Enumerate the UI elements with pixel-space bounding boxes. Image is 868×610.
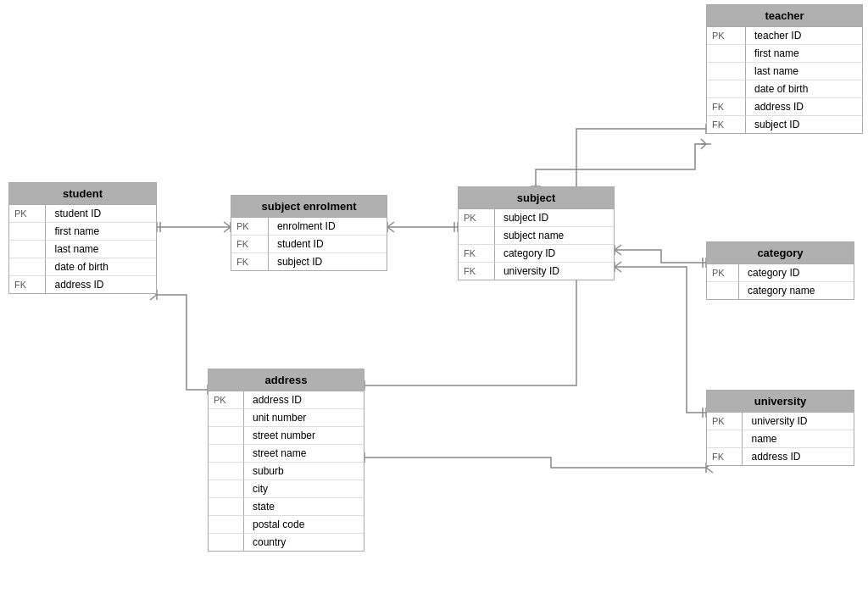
- field-cell: category name: [739, 282, 854, 299]
- address-table: address PK address ID unit number street…: [208, 369, 364, 552]
- key-cell: [209, 516, 244, 534]
- table-row: FK address ID: [707, 448, 854, 465]
- table-row: FK student ID: [231, 236, 387, 253]
- key-cell: PK: [209, 391, 244, 409]
- key-cell: PK: [707, 413, 743, 430]
- table-row: name: [707, 430, 854, 448]
- field-cell: subject ID: [746, 116, 862, 133]
- table-row: suburb: [209, 463, 364, 480]
- key-cell: FK: [231, 236, 269, 253]
- teacher-table: teacher PK teacher ID first name last na…: [706, 4, 863, 134]
- key-cell: [707, 63, 746, 80]
- key-cell: [209, 534, 244, 551]
- table-row: street number: [209, 427, 364, 445]
- key-cell: [9, 258, 46, 276]
- diagram-container: teacher PK teacher ID first name last na…: [0, 0, 868, 610]
- table-row: PK address ID: [209, 391, 364, 409]
- key-cell: [9, 223, 46, 241]
- svg-line-21: [615, 267, 621, 272]
- field-cell: subject ID: [495, 209, 614, 227]
- key-cell: PK: [707, 264, 739, 282]
- field-cell: state: [244, 498, 364, 516]
- field-cell: subject name: [495, 227, 614, 245]
- university-table-header: university: [707, 391, 854, 413]
- key-cell: [209, 409, 244, 427]
- category-table-header: category: [707, 242, 854, 264]
- svg-line-15: [615, 245, 621, 250]
- field-cell: category ID: [495, 245, 614, 263]
- field-cell: address ID: [46, 276, 156, 293]
- field-cell: postal code: [244, 516, 364, 534]
- field-cell: university ID: [495, 263, 614, 280]
- table-row: date of birth: [9, 258, 156, 276]
- svg-line-41: [706, 468, 713, 473]
- key-cell: [209, 445, 244, 463]
- key-cell: FK: [707, 116, 746, 133]
- field-cell: last name: [746, 63, 862, 80]
- university-table-body: PK university ID name FK address ID: [707, 413, 854, 465]
- key-cell: PK: [459, 209, 495, 227]
- field-cell: address ID: [746, 98, 862, 116]
- table-row: last name: [9, 241, 156, 258]
- svg-line-25: [701, 139, 706, 144]
- address-table-body: PK address ID unit number street number …: [209, 391, 364, 551]
- field-cell: category ID: [739, 264, 854, 282]
- table-row: FK category ID: [459, 245, 614, 263]
- table-row: country: [209, 534, 364, 551]
- key-cell: [209, 463, 244, 480]
- key-cell: FK: [707, 98, 746, 116]
- table-row: state: [209, 498, 364, 516]
- table-row: street name: [209, 445, 364, 463]
- subject-table: subject PK subject ID subject name FK ca…: [458, 186, 615, 280]
- table-row: FK address ID: [707, 98, 862, 116]
- key-cell: FK: [459, 245, 495, 263]
- key-cell: FK: [459, 263, 495, 280]
- teacher-table-header: teacher: [707, 5, 862, 27]
- table-row: FK subject ID: [707, 116, 862, 133]
- table-row: FK university ID: [459, 263, 614, 280]
- field-cell: street name: [244, 445, 364, 463]
- field-cell: address ID: [743, 448, 854, 465]
- svg-line-5: [224, 227, 231, 232]
- field-cell: first name: [746, 45, 862, 63]
- svg-line-10: [387, 222, 394, 227]
- key-cell: [209, 427, 244, 445]
- svg-line-20: [615, 262, 621, 267]
- key-cell: [9, 241, 46, 258]
- field-cell: last name: [46, 241, 156, 258]
- svg-line-26: [701, 144, 706, 149]
- table-row: first name: [9, 223, 156, 241]
- subject-table-header: subject: [459, 187, 614, 209]
- table-row: FK address ID: [9, 276, 156, 293]
- category-table-body: PK category ID category name: [707, 264, 854, 299]
- teacher-table-body: PK teacher ID first name last name date …: [707, 27, 862, 133]
- field-cell: date of birth: [746, 80, 862, 98]
- table-row: PK subject ID: [459, 209, 614, 227]
- subject-enrolment-table: subject enrolment PK enrolment ID FK stu…: [231, 195, 387, 271]
- field-cell: student ID: [46, 205, 156, 223]
- table-row: category name: [707, 282, 854, 299]
- field-cell: first name: [46, 223, 156, 241]
- field-cell: suburb: [244, 463, 364, 480]
- table-row: subject name: [459, 227, 614, 245]
- key-cell: [459, 227, 495, 245]
- field-cell: enrolment ID: [269, 218, 387, 236]
- table-row: PK category ID: [707, 264, 854, 282]
- table-row: PK teacher ID: [707, 27, 862, 45]
- field-cell: subject ID: [269, 253, 387, 270]
- key-cell: FK: [9, 276, 46, 293]
- table-row: PK university ID: [707, 413, 854, 430]
- svg-line-36: [150, 295, 157, 300]
- key-cell: [209, 498, 244, 516]
- table-row: last name: [707, 63, 862, 80]
- subject-enrolment-table-body: PK enrolment ID FK student ID FK subject…: [231, 218, 387, 270]
- key-cell: PK: [9, 205, 46, 223]
- field-cell: teacher ID: [746, 27, 862, 45]
- table-row: city: [209, 480, 364, 498]
- key-cell: [707, 282, 739, 299]
- key-cell: [707, 45, 746, 63]
- svg-line-16: [615, 250, 621, 255]
- field-cell: date of birth: [46, 258, 156, 276]
- key-cell: [209, 480, 244, 498]
- address-table-header: address: [209, 369, 364, 391]
